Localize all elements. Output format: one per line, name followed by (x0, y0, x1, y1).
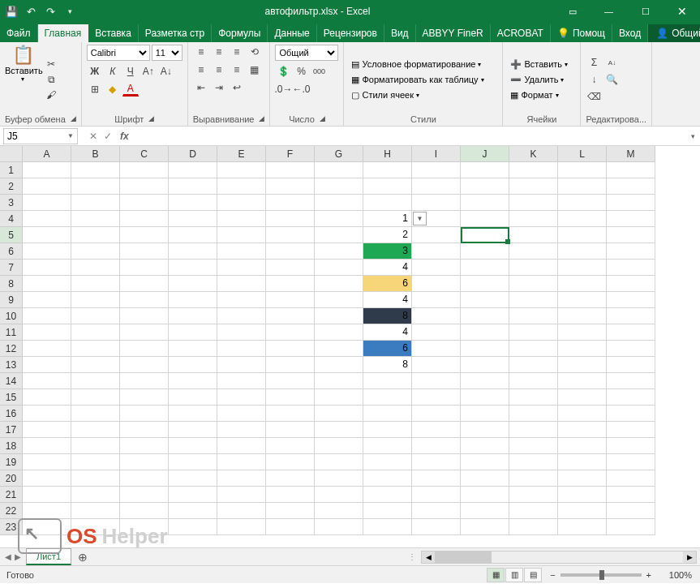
row-header[interactable]: 11 (0, 324, 23, 341)
column-header[interactable]: G (315, 146, 363, 162)
cell[interactable] (412, 438, 461, 454)
cell[interactable] (558, 243, 607, 260)
cell[interactable] (558, 227, 607, 243)
fill-icon[interactable]: ↓ (586, 72, 602, 87)
normal-view-button[interactable]: ▦ (487, 568, 505, 582)
column-header[interactable]: L (558, 146, 607, 162)
cell[interactable] (412, 470, 461, 487)
cell[interactable] (71, 211, 120, 227)
name-box[interactable]: J5▼ (3, 128, 78, 144)
cell[interactable]: 6 (363, 276, 412, 292)
cell[interactable] (266, 292, 315, 308)
cell[interactable] (412, 454, 461, 470)
cell[interactable] (558, 487, 607, 503)
cell[interactable] (607, 324, 655, 341)
cell[interactable] (315, 324, 363, 341)
chevron-down-icon[interactable]: ▼ (67, 132, 74, 139)
cell[interactable] (217, 227, 266, 243)
cell[interactable] (120, 422, 169, 438)
tab-abbyy[interactable]: ABBYY FineR (416, 24, 491, 42)
cell[interactable] (412, 162, 461, 178)
cell[interactable] (23, 341, 71, 357)
column-header[interactable]: I (412, 146, 461, 162)
font-color-icon[interactable]: A (122, 82, 139, 97)
increase-font-icon[interactable]: A↑ (140, 64, 157, 79)
cell[interactable] (23, 243, 71, 260)
cell[interactable] (509, 422, 558, 438)
cell[interactable] (509, 243, 558, 260)
row-header[interactable]: 1 (0, 162, 23, 178)
cell[interactable] (120, 276, 169, 292)
cell[interactable] (71, 195, 120, 211)
cell[interactable] (315, 470, 363, 487)
cell[interactable] (71, 324, 120, 341)
row-header[interactable]: 7 (0, 260, 23, 276)
cell[interactable] (461, 211, 509, 227)
align-right-icon[interactable]: ≡ (229, 62, 245, 77)
cell[interactable] (266, 308, 315, 324)
cell[interactable] (509, 178, 558, 195)
cell[interactable] (315, 373, 363, 389)
cell[interactable] (120, 341, 169, 357)
column-header[interactable]: K (509, 146, 558, 162)
cell[interactable] (23, 503, 71, 519)
cell[interactable]: 1 (363, 211, 412, 227)
cell[interactable]: ▼ (412, 211, 461, 227)
cell[interactable] (558, 195, 607, 211)
cell[interactable] (120, 227, 169, 243)
cell[interactable] (461, 260, 509, 276)
decrease-font-icon[interactable]: A↓ (158, 64, 174, 79)
row-header[interactable]: 10 (0, 308, 23, 324)
cell[interactable] (461, 422, 509, 438)
undo-icon[interactable]: ↶ (24, 5, 37, 18)
cell[interactable] (23, 487, 71, 503)
underline-button[interactable]: Ч (122, 64, 139, 79)
cell[interactable] (607, 503, 655, 519)
tab-data[interactable]: Данные (268, 24, 316, 42)
increase-decimal-icon[interactable]: .0→ (275, 82, 291, 97)
cell[interactable] (266, 389, 315, 406)
cell[interactable] (315, 487, 363, 503)
cell[interactable] (315, 389, 363, 406)
percent-icon[interactable]: % (293, 64, 309, 79)
cell[interactable] (607, 243, 655, 260)
cell[interactable] (71, 341, 120, 357)
fx-icon[interactable]: fx (120, 131, 135, 142)
cell[interactable] (23, 389, 71, 406)
cell[interactable] (558, 324, 607, 341)
cell[interactable] (169, 406, 217, 422)
cell[interactable] (461, 341, 509, 357)
cell[interactable] (509, 227, 558, 243)
cell[interactable] (461, 162, 509, 178)
cell[interactable] (509, 341, 558, 357)
cell[interactable]: 3 (363, 243, 412, 260)
format-as-table-button[interactable]: ▦Форматировать как таблицу▾ (349, 73, 497, 87)
cell[interactable] (607, 341, 655, 357)
cell[interactable] (120, 373, 169, 389)
alignment-dialog-launcher[interactable]: ◢ (259, 114, 264, 124)
cell[interactable] (217, 324, 266, 341)
decrease-decimal-icon[interactable]: ←.0 (293, 82, 309, 97)
cell[interactable] (266, 519, 315, 535)
format-painter-icon[interactable]: 🖌 (44, 88, 58, 101)
zoom-out-button[interactable]: − (550, 570, 555, 580)
cell[interactable] (23, 276, 71, 292)
cell[interactable] (23, 422, 71, 438)
login-button[interactable]: Вход (612, 24, 648, 42)
cell[interactable]: 4 (363, 324, 412, 341)
cell[interactable] (71, 487, 120, 503)
cell[interactable] (607, 487, 655, 503)
cell[interactable] (71, 292, 120, 308)
cell[interactable] (217, 162, 266, 178)
tab-formulas[interactable]: Формулы (212, 24, 268, 42)
fill-color-icon[interactable]: ◆ (105, 82, 121, 97)
font-name-select[interactable]: Calibri (87, 45, 150, 61)
cell[interactable] (607, 357, 655, 373)
cell[interactable] (169, 178, 217, 195)
cell[interactable] (363, 519, 412, 535)
cell[interactable] (509, 406, 558, 422)
font-size-select[interactable]: 11 (152, 45, 183, 61)
cell[interactable] (558, 162, 607, 178)
cell[interactable] (23, 373, 71, 389)
cell[interactable] (461, 195, 509, 211)
